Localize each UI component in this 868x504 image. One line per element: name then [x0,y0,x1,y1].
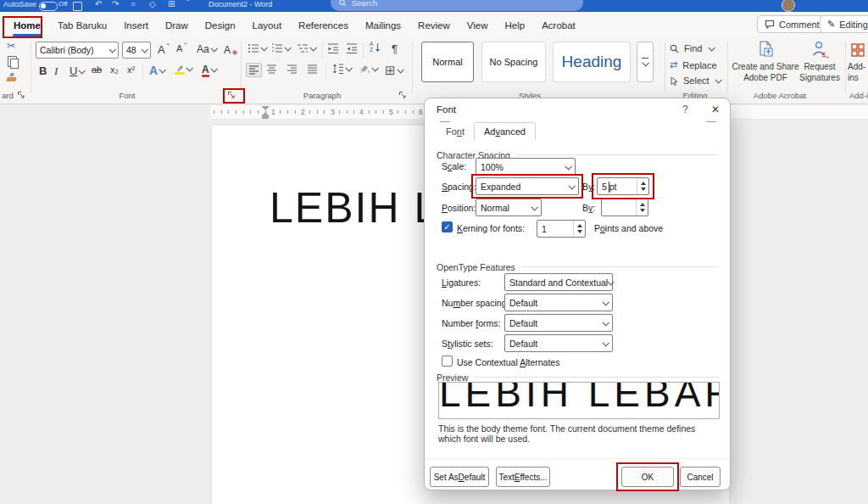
multilevel-list-button[interactable] [297,43,315,53]
tab-acrobat[interactable]: Acrobat [533,12,584,38]
tab-home[interactable]: Home [5,12,49,38]
contextual-alternates-checkbox[interactable] [442,356,453,367]
font-size-combo[interactable]: 48 [122,42,151,59]
scale-combo[interactable]: 100% [476,158,576,176]
tab-references[interactable]: References [290,12,357,38]
shape-icon[interactable]: ○ [131,0,136,8]
number-forms-combo[interactable]: Default [504,314,613,332]
grow-font-button[interactable]: Aˆ [158,43,170,56]
numbered-list-button[interactable] [271,43,290,53]
styles-gallery-more-button[interactable] [637,42,654,82]
shading-button[interactable] [359,64,377,74]
align-left-button[interactable] [246,63,262,77]
format-painter-icon[interactable] [6,77,16,81]
tab-design[interactable]: Design [197,12,244,38]
italic-button[interactable]: I [54,64,58,78]
style-normal[interactable]: Normal [421,42,474,82]
clear-formatting-button[interactable]: A◆ [224,43,237,56]
position-combo[interactable]: Normal [476,199,542,216]
diamond-icon[interactable]: ◇ [149,0,156,8]
increase-indent-button[interactable] [346,43,358,53]
create-share-pdf-button[interactable] [757,41,774,59]
number-spacing-combo[interactable]: Default [504,294,613,311]
sort-button[interactable]: AZ [370,42,381,53]
position-by-spinner[interactable] [601,199,648,216]
spin-up-icon[interactable] [641,182,646,185]
autosave-toggle[interactable] [39,2,58,11]
add-ins-label: Add-ins [848,62,868,83]
spinner-buttons[interactable] [637,178,648,194]
tab-tab-baruku[interactable]: Tab Baruku [49,12,115,38]
ok-button[interactable]: OK [621,467,674,487]
pilcrow-icon[interactable]: ¶ [392,42,398,55]
shrink-font-button[interactable]: Aˇ [176,43,186,53]
add-ins-button[interactable] [851,43,865,57]
align-center-button[interactable] [266,64,277,74]
tab-help[interactable]: Help [497,12,534,38]
justify-button[interactable] [307,64,318,74]
cut-icon[interactable]: ✂ [7,40,15,52]
spinner-buttons[interactable] [573,221,585,237]
select-button[interactable]: Select [670,76,721,86]
superscript-button[interactable]: x² [127,64,135,75]
help-icon[interactable]: ? [682,104,688,115]
set-as-default-button[interactable]: Set As Default [430,467,489,487]
font-name-combo[interactable]: Calibri (Body) [36,42,119,59]
replace-button[interactable]: ⇄Replace [670,59,717,70]
editing-mode-button[interactable]: ✎ Editing [820,15,868,33]
subscript-button[interactable]: x₂ [110,64,119,75]
font-dialog-launcher[interactable] [227,91,237,101]
font-color-button[interactable]: A [202,64,216,76]
copy-icon[interactable] [8,56,17,67]
borders-button[interactable]: ⊞ [385,63,403,78]
spin-down-icon[interactable] [640,209,645,212]
text-effects-button-dialog[interactable]: Text Effects... [496,467,550,487]
ligatures-combo[interactable]: Standard and Contextual [504,273,613,291]
tab-view[interactable]: View [459,12,497,38]
style-heading[interactable]: Heading [553,42,631,82]
table-icon[interactable]: ⊞ [168,0,175,8]
chevron-down-icon[interactable]: ˇ [186,0,189,8]
spin-down-icon[interactable] [641,188,646,191]
tab-insert[interactable]: Insert [115,12,157,38]
user-avatar[interactable] [782,0,795,12]
tab-review[interactable]: Review [409,12,459,38]
bullet-list-button[interactable] [248,43,266,53]
find-button[interactable]: Find [670,43,714,53]
undo-icon[interactable]: ↶ [95,0,102,8]
kerning-spinner[interactable]: 1 [537,220,586,238]
kerning-checkbox[interactable]: ✓ [442,221,453,232]
redo-icon[interactable]: ↷ [112,0,119,8]
close-icon[interactable]: ✕ [708,103,723,116]
spin-down-icon[interactable] [577,230,582,233]
first-line-indent-marker[interactable] [261,106,270,110]
decrease-indent-button[interactable] [327,43,339,53]
spinner-buttons[interactable] [636,199,648,216]
save-icon[interactable] [73,2,82,11]
underline-button[interactable]: U [70,64,84,77]
left-indent-marker[interactable] [262,116,269,119]
bold-button[interactable]: B [39,64,47,77]
clipboard-dialog-launcher[interactable] [17,91,27,101]
spacing-combo[interactable]: Expanded [476,177,579,195]
tab-layout[interactable]: Layout [244,12,291,38]
search-input[interactable]: Search [331,0,583,11]
request-signatures-button[interactable] [811,41,830,59]
change-case-button[interactable]: Aa [197,43,216,55]
text-effects-button[interactable]: A [149,64,164,77]
dialog-tab-advanced[interactable]: Advanced [474,122,536,140]
spin-up-icon[interactable] [577,224,582,227]
spin-up-icon[interactable] [640,203,645,206]
highlight-color-button[interactable] [175,64,192,73]
dialog-tab-font[interactable]: Font [437,122,474,140]
tab-draw[interactable]: Draw [157,12,197,38]
paragraph-dialog-launcher[interactable] [398,91,409,101]
align-right-button[interactable] [287,64,298,74]
spacing-by-spinner[interactable]: 5 pt [597,177,649,195]
stylistic-sets-combo[interactable]: Default [504,334,613,352]
line-spacing-button[interactable] [332,64,351,74]
strikethrough-button[interactable]: ab [92,64,102,75]
tab-mailings[interactable]: Mailings [357,12,409,38]
cancel-button[interactable]: Cancel [680,467,721,487]
style-no-spacing[interactable]: No Spacing [481,42,546,82]
